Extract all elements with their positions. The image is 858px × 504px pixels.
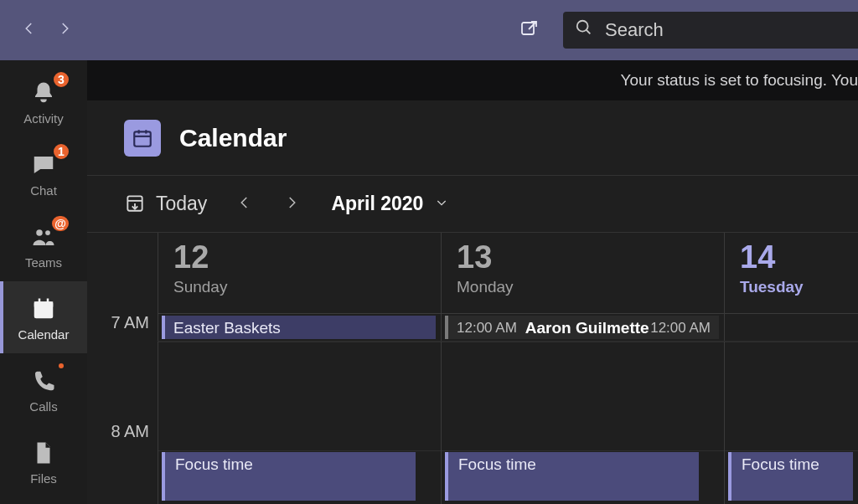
event-focus-time[interactable]: Focus time — [445, 452, 699, 501]
event-easter-baskets[interactable]: Easter Baskets — [162, 316, 436, 339]
search-box[interactable]: Search — [563, 12, 858, 49]
svg-point-4 — [45, 230, 50, 235]
rail-files[interactable]: Files — [0, 425, 87, 497]
history-nav — [22, 21, 72, 39]
day-column[interactable]: Focus time — [158, 342, 441, 504]
allday-cell[interactable]: Easter Baskets — [158, 314, 441, 341]
visible-month[interactable]: April 2020 — [331, 193, 423, 215]
day-column[interactable]: Focus time — [441, 342, 724, 504]
page-header: Calendar — [87, 100, 858, 176]
time-slots: Focus time Focus time Focus time — [158, 342, 858, 504]
event-focus-time[interactable]: Focus time — [162, 452, 416, 501]
day-header[interactable]: 12 Sunday — [158, 233, 441, 313]
day-column[interactable]: Focus time — [724, 342, 858, 504]
status-text: Your status is set to focusing. You — [621, 71, 858, 90]
event-focus-time[interactable]: Focus time — [728, 452, 853, 501]
calendar-pane: Calendar Today April 2020 7 AM 8 AM 12 S… — [87, 100, 858, 504]
search-icon — [575, 18, 605, 42]
rail-activity[interactable]: Activity 3 — [0, 65, 87, 137]
allday-cell[interactable]: 12:00 AM Aaron Guilmette 12:00 AM — [441, 314, 724, 341]
search-placeholder: Search — [605, 19, 664, 41]
badge: 3 — [52, 70, 70, 89]
event-person[interactable]: 12:00 AM Aaron Guilmette 12:00 AM — [445, 316, 719, 339]
notification-dot — [57, 362, 65, 370]
calendar-icon — [28, 294, 59, 324]
svg-rect-9 — [134, 131, 151, 146]
allday-row: Easter Baskets 12:00 AM Aaron Guilmette … — [158, 313, 858, 342]
next-period-button[interactable] — [284, 195, 299, 213]
file-icon — [28, 438, 59, 468]
compose-button[interactable] — [519, 18, 540, 42]
rail-calls[interactable]: Calls — [0, 353, 87, 425]
svg-line-2 — [587, 30, 591, 34]
allday-cell[interactable] — [724, 314, 858, 341]
status-banner: Your status is set to focusing. You — [87, 60, 858, 100]
day-header[interactable]: 13 Monday — [441, 233, 724, 313]
time-label: 7 AM — [87, 313, 158, 422]
app-rail: Activity 3 Chat 1 Teams @ Calendar Calls… — [0, 60, 87, 504]
rail-calendar[interactable]: Calendar — [0, 281, 87, 353]
today-label[interactable]: Today — [156, 193, 207, 215]
title-bar: Search — [0, 0, 858, 60]
badge: @ — [50, 214, 70, 233]
svg-point-3 — [36, 229, 43, 236]
chevron-down-icon[interactable] — [423, 196, 448, 213]
phone-icon — [28, 366, 59, 396]
calendar-grid: 7 AM 8 AM 12 Sunday 13 Monday 14 Tuesday… — [87, 233, 858, 504]
prev-period-button[interactable] — [237, 195, 252, 213]
go-today-button[interactable] — [124, 192, 146, 217]
day-headers: 12 Sunday 13 Monday 14 Tuesday — [158, 233, 858, 313]
svg-rect-7 — [39, 298, 41, 303]
date-navigator: Today April 2020 — [87, 176, 858, 233]
calendar-tile-icon — [124, 120, 161, 157]
forward-button[interactable] — [57, 21, 72, 39]
time-axis: 7 AM 8 AM — [87, 313, 158, 504]
svg-rect-8 — [47, 298, 49, 303]
day-header-today[interactable]: 14 Tuesday — [724, 233, 858, 313]
svg-rect-0 — [522, 23, 534, 34]
time-label: 8 AM — [87, 422, 158, 504]
badge: 1 — [52, 142, 70, 161]
back-button[interactable] — [22, 21, 37, 39]
rail-teams[interactable]: Teams @ — [0, 209, 87, 281]
svg-rect-6 — [34, 301, 54, 306]
page-title: Calendar — [179, 124, 287, 152]
rail-chat[interactable]: Chat 1 — [0, 137, 87, 209]
svg-point-1 — [577, 21, 588, 32]
